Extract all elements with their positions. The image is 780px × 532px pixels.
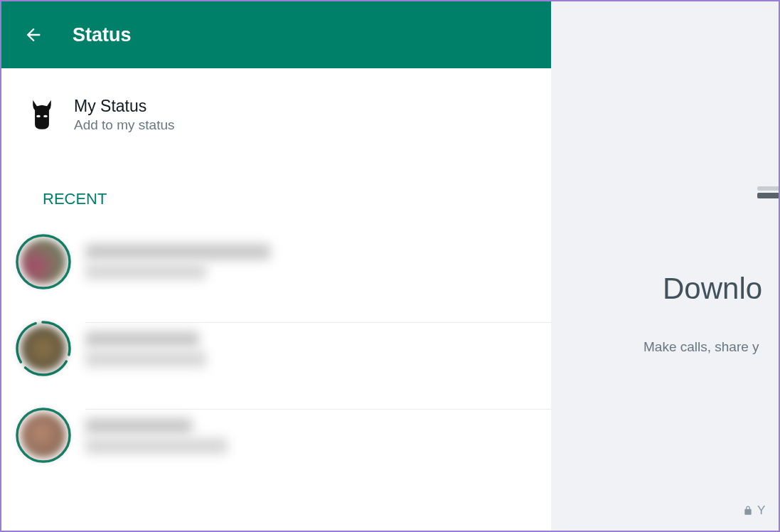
contact-avatar [21, 413, 66, 458]
header: Status [1, 1, 551, 68]
status-item[interactable] [16, 392, 551, 479]
recent-section-label: RECENT [1, 154, 551, 218]
contact-name-blurred [85, 331, 199, 347]
device-illustration-fragment [757, 186, 779, 236]
status-avatar-wrap [16, 408, 71, 463]
status-item[interactable] [16, 305, 551, 392]
batman-mask-icon [30, 100, 54, 131]
my-status-text: My Status Add to my status [74, 97, 175, 133]
status-avatar-wrap [16, 234, 71, 289]
arrow-left-icon [23, 25, 43, 45]
contact-avatar [21, 239, 66, 284]
status-panel: Status My Status Add to my status RECENT [1, 1, 551, 531]
status-time-blurred [85, 351, 206, 367]
status-time-blurred [85, 264, 206, 280]
svg-point-1 [43, 115, 48, 117]
back-button[interactable] [19, 21, 48, 49]
lock-icon [743, 506, 753, 516]
right-panel-footer-text: Y [757, 504, 765, 518]
my-status-avatar [17, 97, 67, 133]
status-info [85, 322, 551, 376]
contact-name-blurred [85, 244, 270, 260]
status-avatar-wrap [16, 321, 71, 376]
contact-name-blurred [85, 418, 192, 434]
right-placeholder-panel: Downlo Make calls, share y Y [551, 1, 779, 531]
content-area: My Status Add to my status RECENT [1, 68, 551, 531]
status-time-blurred [85, 438, 228, 454]
contact-avatar [21, 326, 66, 371]
status-info [85, 235, 551, 288]
right-panel-footer: Y [743, 504, 765, 518]
app-container: Status My Status Add to my status RECENT [1, 1, 779, 531]
my-status-row[interactable]: My Status Add to my status [1, 68, 551, 154]
status-info [85, 409, 551, 462]
my-status-title: My Status [74, 97, 175, 116]
right-panel-title: Downlo [663, 272, 762, 306]
recent-status-list [1, 218, 551, 479]
status-item[interactable] [16, 218, 551, 305]
right-panel-subtitle: Make calls, share y [643, 339, 759, 355]
header-title: Status [73, 24, 132, 46]
my-status-subtitle: Add to my status [74, 117, 175, 133]
svg-point-0 [36, 115, 41, 117]
